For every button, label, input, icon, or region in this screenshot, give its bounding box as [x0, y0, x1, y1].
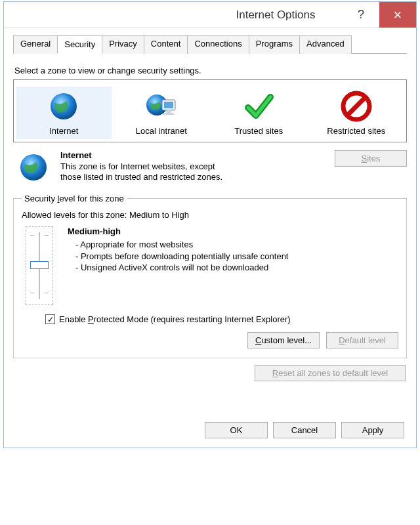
tab-content[interactable]: Content [144, 35, 188, 54]
help-button[interactable]: ? [343, 2, 379, 28]
security-level-group: Security level for this zone Allowed lev… [13, 194, 407, 358]
tab-privacy[interactable]: Privacy [102, 35, 144, 54]
zone-intranet[interactable]: Local intranet [114, 87, 209, 139]
reset-all-button[interactable]: Reset all zones to default level [255, 365, 406, 381]
tab-programs[interactable]: Programs [249, 35, 300, 54]
tab-strip: General Security Privacy Content Connect… [13, 35, 407, 54]
tab-general[interactable]: General [13, 35, 58, 54]
zone-description: Internet This zone is for Internet websi… [13, 150, 407, 184]
zone-desc-text: This zone is for Internet websites, exce… [60, 161, 238, 184]
zone-intranet-label: Local intranet [116, 126, 208, 136]
level-bullet: - Prompts before downloading potentially… [75, 251, 398, 262]
zone-internet[interactable]: Internet [16, 87, 112, 139]
window-title: Internet Options [236, 9, 316, 22]
close-button[interactable]: × [379, 2, 416, 28]
level-bullet: - Appropriate for most websites [75, 239, 398, 251]
close-icon: × [394, 7, 402, 24]
level-name: Medium-high [68, 226, 398, 236]
checkmark-icon [213, 89, 305, 123]
dialog-button-row: OK Cancel Apply [13, 422, 407, 438]
zone-trusted[interactable]: Trusted sites [211, 87, 306, 139]
security-slider[interactable] [26, 226, 53, 305]
custom-level-button[interactable]: Custom level... [247, 332, 320, 348]
default-level-button[interactable]: Default level [326, 332, 398, 348]
intranet-icon [116, 89, 208, 123]
apply-button[interactable]: Apply [341, 422, 404, 438]
svg-rect-4 [166, 110, 171, 113]
tab-security[interactable]: Security [57, 35, 102, 54]
prohibited-icon [310, 89, 403, 123]
zone-desc-title: Internet [60, 150, 315, 160]
slider-thumb[interactable] [30, 261, 49, 269]
tab-advanced[interactable]: Advanced [299, 35, 352, 54]
level-bullet: - Unsigned ActiveX controls will not be … [75, 262, 398, 274]
zone-list: Internet Local intr [13, 79, 407, 142]
sites-button[interactable]: Sites [335, 150, 407, 167]
zone-trusted-label: Trusted sites [213, 126, 305, 136]
svg-rect-5 [163, 113, 174, 115]
globe-icon [18, 89, 110, 123]
protected-mode-label: Enable Protected Mode (requires restarti… [59, 314, 291, 324]
allowed-levels: Allowed levels for this zone: Medium to … [22, 210, 398, 220]
titlebar: Internet Options ? × [4, 2, 416, 28]
globe-icon [13, 150, 54, 183]
security-level-legend: Security level for this zone [22, 194, 127, 203]
cancel-button[interactable]: Cancel [273, 422, 336, 438]
tab-connections[interactable]: Connections [187, 35, 249, 54]
zone-restricted[interactable]: Restricted sites [309, 87, 404, 139]
zone-internet-label: Internet [18, 126, 110, 136]
zone-prompt: Select a zone to view or change security… [14, 66, 406, 75]
protected-mode-checkbox[interactable]: ✓ [45, 314, 55, 324]
svg-rect-3 [164, 102, 173, 108]
ok-button[interactable]: OK [205, 422, 268, 438]
internet-options-dialog: Internet Options ? × General Security Pr… [3, 1, 417, 448]
level-bullets: - Appropriate for most websites - Prompt… [75, 239, 398, 274]
zone-restricted-label: Restricted sites [310, 126, 403, 136]
